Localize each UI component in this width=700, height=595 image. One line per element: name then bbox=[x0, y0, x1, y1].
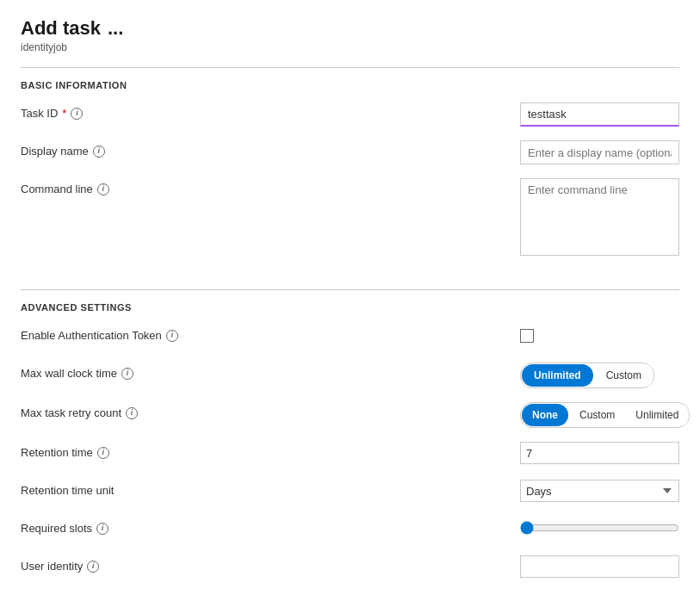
page-title: Add task ... bbox=[21, 17, 679, 40]
max-task-retry-custom-btn[interactable]: Custom bbox=[569, 404, 625, 426]
advanced-section-title: ADVANCED SETTINGS bbox=[21, 302, 679, 313]
max-wall-clock-custom-btn[interactable]: Custom bbox=[594, 364, 654, 387]
max-task-retry-info-icon[interactable]: i bbox=[126, 407, 138, 419]
user-identity-input[interactable] bbox=[520, 555, 679, 578]
enable-auth-token-row: Enable Authentication Token i bbox=[21, 325, 679, 349]
retention-time-unit-row: Retention time unit Days Hours Minutes bbox=[21, 480, 679, 504]
user-identity-control bbox=[520, 555, 679, 578]
max-wall-clock-info-icon[interactable]: i bbox=[121, 368, 133, 380]
subtitle: identityjob bbox=[21, 41, 679, 53]
enable-auth-token-info-icon[interactable]: i bbox=[166, 330, 178, 342]
required-slots-info-icon[interactable]: i bbox=[96, 523, 108, 535]
max-task-retry-unlimited-btn[interactable]: Unlimited bbox=[625, 404, 689, 426]
retention-time-info-icon[interactable]: i bbox=[97, 447, 109, 459]
max-wall-clock-control: Unlimited Custom bbox=[520, 363, 679, 388]
title-text: Add task bbox=[21, 17, 101, 40]
basic-section-title: BASIC INFORMATION bbox=[21, 80, 679, 90]
command-line-row: Command line i bbox=[21, 178, 679, 258]
required-slots-slider[interactable] bbox=[520, 521, 679, 535]
enable-auth-token-label: Enable Authentication Token i bbox=[21, 325, 520, 342]
max-task-retry-none-btn[interactable]: None bbox=[522, 404, 568, 426]
command-line-label: Command line i bbox=[21, 178, 520, 195]
max-task-retry-control: None Custom Unlimited bbox=[520, 402, 690, 428]
task-id-input[interactable] bbox=[520, 102, 679, 127]
retention-time-input[interactable] bbox=[520, 442, 679, 464]
advanced-section-divider bbox=[21, 289, 679, 290]
max-wall-clock-unlimited-btn[interactable]: Unlimited bbox=[522, 364, 593, 387]
display-name-info-icon[interactable]: i bbox=[93, 146, 105, 158]
max-wall-clock-label: Max wall clock time i bbox=[21, 363, 520, 380]
command-line-input[interactable] bbox=[520, 178, 679, 256]
ellipsis-menu[interactable]: ... bbox=[108, 17, 123, 40]
retention-time-unit-control: Days Hours Minutes bbox=[520, 480, 679, 502]
user-identity-info-icon[interactable]: i bbox=[87, 561, 99, 573]
max-task-retry-toggle-group: None Custom Unlimited bbox=[520, 402, 690, 428]
display-name-label: Display name i bbox=[21, 140, 520, 158]
display-name-input[interactable] bbox=[520, 140, 679, 164]
display-name-row: Display name i bbox=[21, 140, 679, 164]
task-id-label: Task ID * i bbox=[21, 102, 520, 120]
retention-time-row: Retention time i bbox=[21, 442, 679, 466]
enable-auth-token-control bbox=[520, 325, 679, 343]
retention-time-unit-select[interactable]: Days Hours Minutes bbox=[520, 480, 679, 502]
command-line-info-icon[interactable]: i bbox=[97, 183, 109, 195]
max-task-retry-label: Max task retry count i bbox=[21, 402, 520, 419]
task-id-row: Task ID * i bbox=[21, 102, 679, 127]
basic-section-divider bbox=[21, 67, 679, 68]
task-id-required: * bbox=[62, 107, 66, 120]
display-name-control bbox=[520, 140, 679, 164]
required-slots-control bbox=[520, 518, 679, 537]
max-wall-clock-toggle-group: Unlimited Custom bbox=[520, 363, 654, 388]
required-slots-row: Required slots i bbox=[21, 518, 679, 542]
retention-time-label: Retention time i bbox=[21, 442, 520, 459]
max-task-retry-row: Max task retry count i None Custom Unlim… bbox=[21, 402, 679, 428]
required-slots-label: Required slots i bbox=[21, 518, 520, 535]
task-id-info-icon[interactable]: i bbox=[71, 108, 83, 120]
retention-time-control bbox=[520, 442, 679, 464]
max-wall-clock-row: Max wall clock time i Unlimited Custom bbox=[21, 363, 679, 388]
enable-auth-token-checkbox[interactable] bbox=[520, 329, 534, 343]
command-line-control bbox=[520, 178, 679, 258]
user-identity-row: User identity i bbox=[21, 555, 679, 580]
task-id-control bbox=[520, 102, 679, 127]
user-identity-label: User identity i bbox=[21, 555, 520, 573]
retention-time-unit-label: Retention time unit bbox=[21, 480, 520, 497]
